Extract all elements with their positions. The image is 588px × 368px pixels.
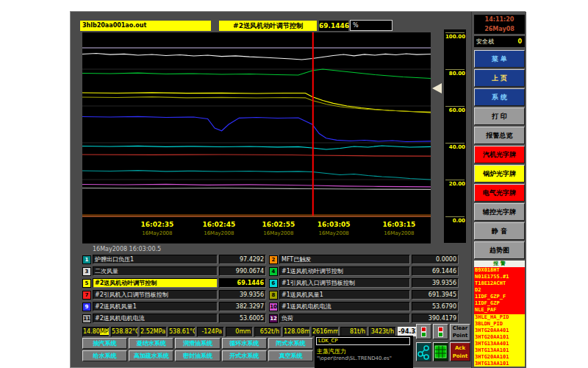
pen-value: 53.6790	[412, 302, 459, 311]
selected-pen-pointer-icon[interactable]	[432, 83, 442, 93]
clear-point-button[interactable]: Clear Point	[450, 324, 470, 341]
pen-value: 0.0000	[412, 255, 459, 264]
legend-row[interactable]: 8#1送风机风量1691.3945	[269, 289, 459, 300]
grid-view-button[interactable]	[433, 342, 448, 361]
ack-point-button[interactable]: Ack Point	[450, 342, 470, 361]
sidebar-button[interactable]: 打 印	[474, 107, 525, 125]
pen-label[interactable]: #2送风机风量1	[93, 302, 218, 311]
nav-button[interactable]: 凝结水系统	[129, 338, 173, 349]
sidebar-button[interactable]: 报警总览	[474, 127, 525, 144]
pen-value: 691.3945	[412, 290, 459, 300]
legend-row[interactable]: 6#1引风机入口调节挡板控制39.9356	[269, 277, 459, 289]
alarm-tag[interactable]: T18E12ACHT	[474, 280, 525, 287]
system-nav-row-1: 抽汽系统凝结水系统润滑油系统循环水系统闭式水系统	[82, 338, 313, 349]
scale-pointer-strip	[431, 32, 444, 216]
y-scale-strip: 100.0080.0060.0040.0020.000.00	[444, 29, 466, 243]
nav-button[interactable]: 密封油系统	[175, 350, 220, 361]
legend-row[interactable]: 4#1送风机动叶调节控制69.1446	[269, 266, 459, 277]
trend-line	[82, 69, 431, 79]
trend-line	[82, 155, 431, 156]
y-tick-label: 20.00	[449, 181, 465, 187]
y-tick-line	[445, 32, 465, 33]
x-tick-date: 16May2008	[128, 230, 187, 236]
cursor-timestamp: 16May2008 16:03:00.5	[93, 246, 161, 252]
nav-button[interactable]: 真空系统	[268, 350, 313, 361]
legend-row[interactable]: 5#2送风机动叶调节控制69.1446	[82, 277, 266, 289]
pen-label[interactable]: #1送风机风量1	[279, 290, 410, 300]
nav-button[interactable]: 高加疏水系统	[129, 350, 173, 361]
nav-button[interactable]: 抽汽系统	[82, 338, 127, 349]
sidebar-button[interactable]: 静 音	[474, 222, 525, 240]
point-name-input[interactable]: LDK_CP	[316, 337, 410, 345]
trend-plot[interactable]: 16:02:3516May200816:02:4516May200816:02:…	[82, 32, 431, 244]
legend-row[interactable]: 10#1送风机电机电流53.6790	[269, 301, 459, 312]
nav-button[interactable]: 循环水系统	[222, 338, 267, 349]
sidebar-button[interactable]: 上 页	[474, 69, 525, 87]
point-description: 主蒸汽压力	[317, 347, 346, 355]
x-tick-time: 16:02:35	[128, 221, 187, 228]
point-tag-label: 3hlb20aa001ao.out	[80, 21, 211, 31]
alarm-tag[interactable]: D2	[474, 287, 525, 294]
sidebar-button[interactable]: 锅炉光字牌	[474, 165, 525, 183]
alarm-tag[interactable]: 3HLE_HA_PID	[474, 314, 525, 321]
legend-row[interactable]: 7#2引风机入口调节挡板控制39.9356	[82, 289, 266, 300]
plot-baseline	[82, 216, 431, 217]
clock-date: 26May08	[474, 24, 525, 34]
sidebar-button[interactable]: 辅控光字牌	[474, 203, 525, 221]
alarm-tag[interactable]: B9X018HT	[474, 267, 525, 274]
alarm-tag[interactable]: 3HTG13AA401	[474, 341, 525, 347]
legend-row[interactable]: 9#2送风机风量1382.3297	[82, 301, 266, 312]
sidebar-button[interactable]: 菜 单	[474, 50, 525, 68]
sidebar-button[interactable]: 系 统	[474, 88, 525, 106]
alarm-tag[interactable]: 1IDF_GZP	[474, 300, 525, 307]
sidebar-button[interactable]: 电气光字牌	[474, 184, 525, 202]
alarm-tag[interactable]: 3HTG13AA101	[474, 347, 525, 354]
nav-button[interactable]: 给水系统	[82, 350, 127, 361]
alarm-tag[interactable]: NLE_PAF	[474, 307, 525, 314]
pen-label[interactable]: #1引风机入口调节挡板控制	[279, 278, 410, 288]
pen-label[interactable]: 炉膛出口负压1	[93, 255, 218, 264]
nav-button[interactable]: 润滑油系统	[175, 338, 220, 349]
pen-label[interactable]: 负荷	[279, 314, 410, 323]
legend-row[interactable]: 2MFT已触发0.0000	[269, 254, 459, 265]
alarm-tag[interactable]: 3HTG20AA401	[474, 328, 525, 334]
alarm-list-critical[interactable]: B9X018HTN01E175S.#1T18E12ACHTD21IDF_GZP_…	[474, 267, 525, 314]
pen-label[interactable]: 二次风量	[93, 266, 218, 276]
current-value: 69.1446	[319, 21, 348, 31]
unit-field[interactable]: %	[350, 20, 392, 31]
clock: 14:11:20 26May08	[474, 15, 525, 34]
pen-label[interactable]: #2送风机动叶调节控制	[93, 278, 218, 288]
alarm-tag[interactable]: 3HTG20AA101	[474, 334, 525, 341]
clock-time: 14:11:20	[474, 15, 525, 24]
network-button[interactable]	[416, 342, 431, 361]
pen-label[interactable]: MFT已触发	[279, 255, 410, 264]
alarm-tag[interactable]: N01E175S.#1	[474, 274, 525, 280]
nav-button[interactable]: 闭式水系统	[268, 338, 313, 349]
y-tick-line	[445, 216, 465, 217]
legend-row[interactable]: 11#2送风机电机电流53.6005	[82, 313, 266, 324]
pen-label[interactable]: #2引风机入口调节挡板控制	[93, 290, 218, 300]
status-value: 652t/h	[254, 327, 282, 337]
alarm-tag[interactable]: 3HTG20AA101	[474, 354, 525, 361]
alarm-list-header: 报 警	[474, 261, 525, 267]
legend-row[interactable]: 12负荷390.4179	[269, 313, 459, 324]
legend-row[interactable]: 1炉膛出口负压197.4292	[82, 254, 266, 265]
nav-button[interactable]: 开式水系统	[222, 350, 267, 361]
alarm-tag[interactable]: 3BLDN_PID	[474, 321, 525, 328]
y-tick-label: 40.00	[449, 144, 465, 150]
alarm-list-warning[interactable]: 3HLE_HA_PID3BLDN_PID3HTG20AA4013HTG20AA1…	[474, 314, 525, 367]
trend-line	[82, 171, 431, 180]
pen-label[interactable]: #1送风机电机电流	[279, 302, 410, 311]
legend-row[interactable]: 3二次风量990.0674	[82, 266, 266, 277]
pen-value: 97.4292	[219, 255, 266, 264]
pen-label[interactable]: #2送风机电机电流	[93, 314, 218, 323]
alarm-tag[interactable]: 1IDF_GZP_F	[474, 294, 525, 300]
sidebar-button[interactable]: 汽机光字牌	[474, 146, 525, 163]
sidebar: 14:11:20 26May08 安全栈 0 报 警 B9X018HTN01E1…	[471, 12, 526, 368]
sidebar-button[interactable]: 趋势图	[474, 241, 525, 259]
pen-indicator-button-2[interactable]	[433, 324, 448, 339]
pen-indicator-button-1[interactable]	[416, 324, 431, 339]
alarm-tag[interactable]: 3HTG13AA101	[474, 361, 525, 367]
trend-title: #2送风机动叶调节控制	[219, 21, 317, 31]
pen-label[interactable]: #1送风机动叶调节控制	[279, 266, 410, 276]
